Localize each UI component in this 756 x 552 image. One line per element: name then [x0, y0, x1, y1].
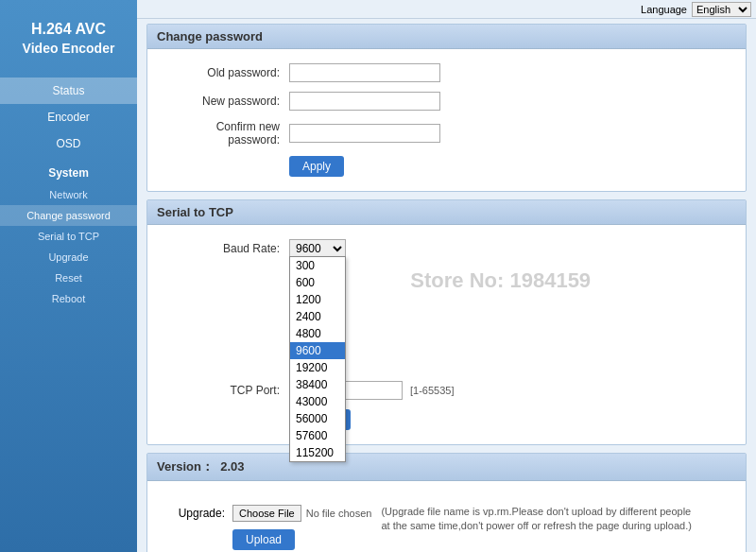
main-content: Language English Chinese Change password…	[137, 0, 756, 552]
sidebar-item-osd[interactable]: OSD	[0, 130, 137, 157]
baud-option-300[interactable]: 300	[290, 257, 345, 274]
sidebar-item-upgrade[interactable]: Upgrade	[0, 247, 137, 267]
file-chosen-text: No file chosen	[306, 508, 372, 519]
baud-option-4800[interactable]: 4800	[290, 325, 345, 342]
serial-to-tcp-section: Serial to TCP Baud Rate: 9600 300 600 12…	[146, 199, 747, 445]
confirm-password-label: Confirm new password:	[166, 120, 289, 147]
sidebar-item-reset[interactable]: Reset	[0, 267, 137, 288]
old-password-row: Old password:	[166, 63, 727, 82]
baud-rate-select[interactable]: 9600	[289, 239, 346, 258]
serial-to-tcp-btn-row: Apply -	[166, 409, 727, 430]
change-password-body: Old password: New password: Confirm new …	[147, 49, 746, 191]
logo-line2: Video Encoder	[23, 40, 115, 59]
upgrade-label: Upgrade:	[166, 505, 232, 520]
sidebar-item-reboot[interactable]: Reboot	[0, 288, 137, 309]
sidebar-item-status[interactable]: Status	[0, 78, 137, 104]
baud-rate-row: Baud Rate: 9600 300 600 1200 2400 4800	[166, 239, 727, 258]
logo-line1: H.264 AVC	[23, 19, 115, 40]
upload-button[interactable]: Upload	[232, 529, 295, 550]
baud-option-57600[interactable]: 57600	[290, 427, 345, 444]
tcp-port-hint: [1-65535]	[410, 385, 454, 396]
serial-to-tcp-header: Serial to TCP	[147, 200, 746, 225]
old-password-label: Old password:	[166, 66, 289, 79]
baud-option-115200[interactable]: 115200	[290, 444, 345, 461]
change-password-btn-row: Apply	[166, 156, 727, 177]
upgrade-note: (Upgrade file name is vp.rm.Please don't…	[381, 505, 702, 534]
sidebar-item-serial-to-tcp[interactable]: Serial to TCP	[0, 226, 137, 247]
baud-option-56000[interactable]: 56000	[290, 410, 345, 427]
sidebar-group-system: System	[0, 157, 137, 184]
version-header: Version： 2.03	[147, 454, 746, 481]
sidebar-item-network[interactable]: Network	[0, 184, 137, 205]
sidebar-item-change-password[interactable]: Change password	[0, 205, 137, 226]
sidebar: H.264 AVC Video Encoder Status Encoder O…	[0, 0, 137, 552]
baud-option-1200[interactable]: 1200	[290, 291, 345, 308]
baud-option-19200[interactable]: 19200	[290, 359, 345, 376]
baud-option-2400[interactable]: 2400	[290, 308, 345, 325]
old-password-input[interactable]	[289, 63, 440, 82]
file-input-row: Choose File No file chosen	[232, 505, 371, 522]
baud-rate-label: Baud Rate:	[166, 242, 289, 255]
confirm-password-input[interactable]	[289, 124, 440, 143]
new-password-row: New password:	[166, 92, 727, 111]
baud-option-38400[interactable]: 38400	[290, 376, 345, 393]
baud-dropdown-open: 300 600 1200 2400 4800 9600 19200 38400 …	[289, 256, 346, 462]
new-password-label: New password:	[166, 95, 289, 108]
choose-file-button[interactable]: Choose File	[232, 505, 301, 522]
baud-option-9600[interactable]: 9600	[290, 342, 345, 359]
serial-to-tcp-body: Baud Rate: 9600 300 600 1200 2400 4800	[147, 225, 746, 444]
upgrade-row: Upgrade: Choose File No file chosen Uplo…	[166, 505, 727, 550]
version-body: Store No: 1984159 Upgrade: Choose File N…	[147, 481, 746, 552]
change-password-section: Change password Old password: New passwo…	[146, 24, 747, 192]
tcp-port-label: TCP Port:	[166, 384, 289, 397]
baud-option-600[interactable]: 600	[290, 274, 345, 291]
baud-option-43000[interactable]: 43000	[290, 393, 345, 410]
version-section: Version： 2.03 Store No: 1984159 Upgrade:…	[146, 453, 747, 552]
language-select[interactable]: English Chinese	[692, 2, 751, 17]
baud-rate-select-area: 9600 300 600 1200 2400 4800 9600 19200 3…	[289, 239, 346, 258]
upgrade-file-area: Choose File No file chosen Upload	[232, 505, 371, 550]
sidebar-item-encoder[interactable]: Encoder	[0, 104, 137, 130]
change-password-apply-button[interactable]: Apply	[289, 156, 344, 177]
language-label: Language	[641, 4, 687, 15]
change-password-header: Change password	[147, 25, 746, 49]
tcp-port-row: TCP Port: 5150 [1-65535]	[166, 381, 727, 400]
content-area: Change password Old password: New passwo…	[137, 19, 756, 552]
sidebar-navigation: Status Encoder OSD System Network Change…	[0, 78, 137, 309]
sidebar-logo: H.264 AVC Video Encoder	[18, 9, 120, 78]
top-bar: Language English Chinese	[137, 0, 756, 19]
upload-btn-row: Upload	[232, 529, 371, 550]
version-title: Version： 2.03	[157, 459, 245, 474]
confirm-password-row: Confirm new password:	[166, 120, 727, 147]
new-password-input[interactable]	[289, 92, 440, 111]
